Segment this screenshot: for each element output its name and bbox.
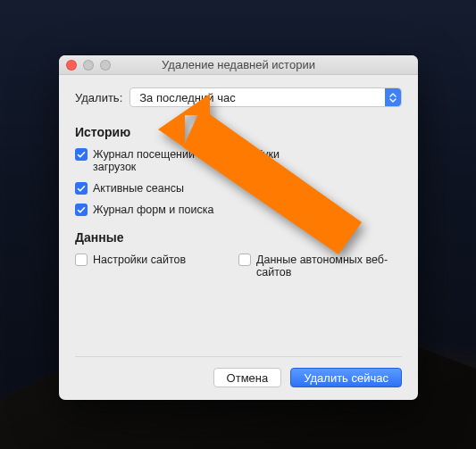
checkbox-cookies[interactable]: Куки	[238, 148, 402, 161]
check-icon	[238, 170, 251, 182]
titlebar: Удаление недавней истории	[59, 55, 418, 75]
checkbox-label: Активные сеансы	[93, 182, 184, 195]
checkbox-cache[interactable]: Кэш	[238, 170, 402, 182]
check-icon	[75, 182, 88, 195]
check-icon	[238, 148, 251, 161]
dialog-footer: Отмена Удалить сейчас	[75, 356, 402, 387]
checkbox-label: Настройки сайтов	[93, 254, 186, 266]
checkbox-label: Данные автономных веб-сайтов	[256, 254, 402, 279]
checkbox-forms[interactable]: Журнал форм и поиска	[75, 204, 238, 216]
dialog-content: Удалить: За последний час Историю Журнал…	[59, 75, 418, 400]
checkbox-label: Журнал посещений и загрузок	[93, 148, 238, 173]
check-icon	[75, 204, 88, 216]
cancel-button[interactable]: Отмена	[213, 368, 282, 387]
window-title: Удаление недавней истории	[59, 58, 418, 71]
checkbox-label: Куки	[256, 148, 280, 161]
checkbox-site-settings[interactable]: Настройки сайтов	[75, 254, 238, 266]
time-range-dropdown[interactable]: За последний час	[129, 87, 402, 107]
data-section: Данные Настройки сайтов Данные автономны…	[75, 230, 402, 279]
checkbox-empty-icon	[75, 254, 88, 266]
data-heading: Данные	[75, 230, 402, 245]
checkbox-sessions[interactable]: Активные сеансы	[75, 182, 238, 195]
checkbox-label: Журнал форм и поиска	[93, 204, 213, 216]
checkbox-offline-data[interactable]: Данные автономных веб-сайтов	[238, 254, 402, 279]
check-icon	[75, 148, 88, 161]
checkbox-empty-icon	[238, 254, 251, 266]
history-heading: Историю	[75, 125, 402, 139]
checkbox-label: Кэш	[256, 170, 278, 182]
close-button[interactable]	[66, 60, 77, 71]
zoom-button	[100, 60, 111, 71]
history-section: Историю Журнал посещений и загрузок Акти…	[75, 125, 402, 216]
traffic-lights	[66, 60, 111, 71]
dropdown-arrows-icon	[385, 88, 401, 106]
minimize-button	[83, 60, 94, 71]
delete-label: Удалить:	[75, 91, 122, 104]
dropdown-value: За последний час	[139, 91, 235, 104]
checkbox-visits[interactable]: Журнал посещений и загрузок	[75, 148, 238, 173]
time-range-row: Удалить: За последний час	[75, 87, 402, 107]
confirm-button[interactable]: Удалить сейчас	[290, 368, 402, 387]
dialog-window: Удаление недавней истории Удалить: За по…	[59, 55, 418, 400]
